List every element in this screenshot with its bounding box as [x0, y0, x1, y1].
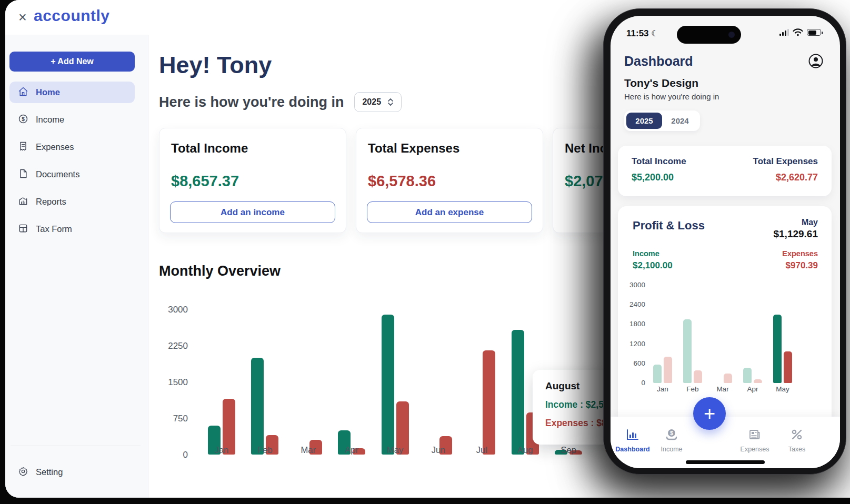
- dashboard-icon: [626, 434, 639, 442]
- y-tick: 0: [623, 379, 645, 387]
- income-bar-feb: [683, 319, 692, 383]
- reports-icon: [18, 196, 28, 208]
- sidebar-item-reports[interactable]: Reports: [9, 191, 135, 213]
- phone-page-title: Dashboard: [624, 54, 693, 69]
- svg-text:$: $: [670, 430, 673, 436]
- sidebar-item-expenses[interactable]: Expenses: [9, 136, 135, 158]
- nav-label: Taxes: [778, 446, 816, 453]
- svg-text:$: $: [22, 116, 25, 122]
- y-tick: 750: [161, 414, 188, 424]
- x-tick: Feb: [681, 385, 705, 393]
- expense-bar-jan: [664, 357, 672, 383]
- sidebar-item-label: Reports: [36, 197, 66, 207]
- app-logo: accountly: [34, 7, 110, 25]
- phone-tab-2024[interactable]: 2024: [662, 113, 698, 129]
- add-new-button[interactable]: + Add New: [9, 52, 135, 72]
- status-icons: [779, 28, 822, 36]
- close-icon[interactable]: ×: [15, 9, 31, 25]
- y-tick: 2400: [623, 300, 645, 308]
- camera-dot: [728, 32, 735, 38]
- add-fab-button[interactable]: +: [693, 397, 726, 430]
- sidebar-item-home[interactable]: Home: [9, 82, 135, 103]
- phone-status-bar: 11:53 ☾: [611, 16, 840, 45]
- sidebar-item-setting[interactable]: Setting: [9, 461, 135, 483]
- nav-item-dashboard[interactable]: Dashboard: [614, 428, 652, 453]
- page-subtitle: Here is how you're doing in: [159, 94, 344, 110]
- select-chevrons-icon: [387, 97, 394, 107]
- income-bar-feb[interactable]: [251, 358, 264, 455]
- nav-item-expenses[interactable]: Expenses: [736, 428, 774, 453]
- phone-expenses-value: $2,620.77: [753, 172, 818, 183]
- battery-icon: [807, 29, 821, 36]
- year-select-value: 2025: [362, 97, 381, 107]
- expense-bar-jul[interactable]: [483, 350, 495, 455]
- phone-tab-2025[interactable]: 2025: [626, 113, 662, 129]
- phone-mockup: 11:53 ☾ Dashboard: [603, 8, 846, 475]
- expenses-icon: [18, 141, 28, 154]
- income-bar-jan: [653, 365, 662, 383]
- x-tick: Mar: [293, 445, 324, 455]
- phone-owner-title: Tony's Design: [624, 77, 698, 89]
- x-tick: Jan: [206, 445, 237, 455]
- card-title: Total Income: [171, 141, 335, 156]
- dynamic-island: [677, 26, 741, 44]
- page-title: Hey! Tony: [159, 52, 272, 79]
- home-icon: [18, 86, 28, 99]
- phone-subtitle: Here is how you're doing in: [624, 92, 719, 101]
- sidebar-item-label: Tax Form: [36, 224, 72, 234]
- expense-bar-apr: [754, 379, 762, 383]
- pl-income-label: Income: [633, 249, 659, 258]
- income-bar-aug[interactable]: [512, 330, 524, 455]
- pl-income-value: $2,100.00: [633, 260, 673, 271]
- y-tick: 3000: [623, 281, 645, 289]
- income-bar-may[interactable]: [382, 315, 394, 455]
- card-title: Total Expenses: [368, 141, 532, 156]
- sidebar-item-label: Income: [36, 115, 64, 125]
- y-tick: 2250: [161, 341, 188, 351]
- expense-bar-mar: [724, 374, 732, 383]
- phone-chart: 06001200180024003000 JanFebMarAprMay: [623, 280, 826, 406]
- profit-loss-card: Profit & Loss May $1,129.61 Income $2,10…: [618, 206, 832, 427]
- sidebar-item-documents[interactable]: Documents: [9, 164, 135, 185]
- x-tick: Jun: [423, 445, 454, 455]
- sidebar-item-label: Expenses: [36, 142, 74, 152]
- phone-bottom-nav: + Dashboard$IncomeExpensesTaxes: [611, 417, 840, 468]
- phone-income-label: Total Income: [632, 156, 686, 167]
- year-tabs: 20252024: [624, 110, 700, 131]
- documents-icon: [18, 168, 28, 181]
- nav-item-income[interactable]: $Income: [653, 428, 691, 453]
- sidebar-item-income[interactable]: $Income: [9, 109, 135, 130]
- y-tick: 1800: [623, 320, 645, 328]
- year-select[interactable]: 2025: [354, 92, 402, 112]
- phone-expenses-label: Total Expenses: [753, 156, 818, 167]
- taxes-icon: [790, 434, 804, 442]
- stat-card-total-income: Total Income$8,657.37Add an income: [159, 128, 346, 233]
- card-action-button[interactable]: Add an expense: [367, 201, 532, 223]
- sidebar-nav: Home$IncomeExpensesDocumentsReportsTax F…: [9, 82, 135, 246]
- tax-form-icon: [18, 223, 28, 236]
- y-tick: 1500: [161, 377, 188, 388]
- nav-item-taxes[interactable]: Taxes: [778, 428, 816, 453]
- income-bar-apr: [743, 368, 752, 383]
- card-action-button[interactable]: Add an income: [170, 201, 335, 223]
- expense-bar-feb: [694, 370, 702, 383]
- x-tick: Jan: [651, 385, 675, 393]
- stat-card-total-expenses: Total Expenses$6,578.36Add an expense: [356, 128, 543, 233]
- y-tick: 0: [161, 450, 188, 460]
- sidebar: + Add New Home$IncomeExpensesDocumentsRe…: [5, 35, 148, 498]
- account-icon[interactable]: [808, 54, 823, 70]
- sidebar-item-label: Setting: [36, 467, 63, 477]
- x-tick: Jul: [466, 445, 497, 455]
- sidebar-item-tax-form[interactable]: Tax Form: [9, 218, 135, 240]
- home-indicator: [686, 460, 765, 464]
- profit-loss-title: Profit & Loss: [633, 219, 705, 233]
- x-tick: Apr: [741, 385, 765, 393]
- phone-summary-card: Total Income $5,200.00 Total Expenses $2…: [618, 146, 832, 196]
- screenshot-stage: × accountly + Add New Home$IncomeExpense…: [0, 0, 850, 504]
- profit-loss-total: $1,129.61: [773, 228, 818, 240]
- x-tick: May: [771, 385, 795, 393]
- gear-icon: [18, 466, 28, 479]
- card-value: $6,578.36: [368, 173, 532, 190]
- expenses-icon: [748, 434, 762, 442]
- pl-expenses-value: $970.39: [786, 260, 818, 271]
